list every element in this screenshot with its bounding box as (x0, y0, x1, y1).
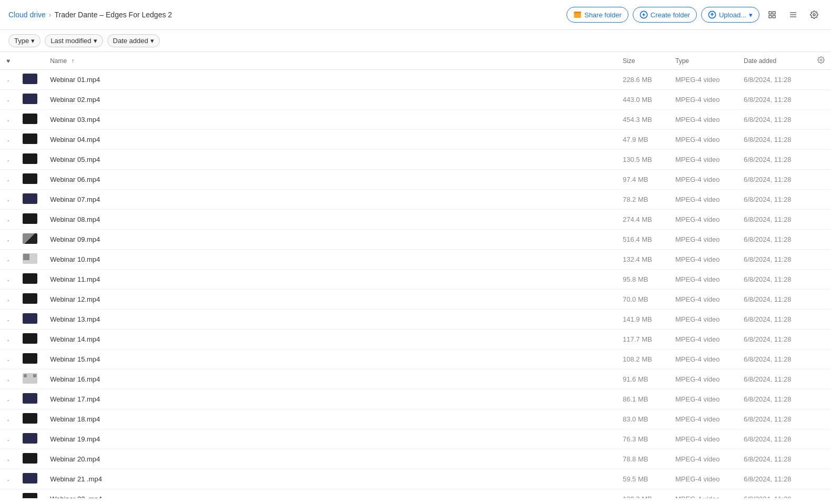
table-row[interactable]: •Webinar 19.mp476.3 MBMPEG-4 video6/8/20… (0, 429, 831, 449)
favorite-cell[interactable]: • (0, 90, 16, 110)
favorite-cell[interactable]: • (0, 489, 16, 499)
file-name-cell[interactable]: Webinar 07.mp4 (44, 190, 616, 210)
favorite-cell[interactable]: • (0, 389, 16, 409)
favorite-cell[interactable]: • (0, 330, 16, 349)
file-name-cell[interactable]: Webinar 03.mp4 (44, 110, 616, 130)
favorite-dot[interactable]: • (7, 138, 9, 143)
favorite-dot[interactable]: • (7, 78, 9, 83)
file-name-cell[interactable]: Webinar 19.mp4 (44, 429, 616, 449)
favorite-dot[interactable]: • (7, 418, 9, 423)
table-row[interactable]: •Webinar 15.mp4108.2 MBMPEG-4 video6/8/2… (0, 349, 831, 369)
table-row[interactable]: •Webinar 11.mp495.8 MBMPEG-4 video6/8/20… (0, 270, 831, 290)
favorite-dot[interactable]: • (7, 118, 9, 123)
favorite-dot[interactable]: • (7, 318, 9, 323)
col-header-type[interactable]: Type (669, 52, 737, 70)
favorite-cell[interactable]: • (0, 310, 16, 330)
date-added-filter-button[interactable]: Date added ▾ (107, 34, 160, 47)
col-header-date[interactable]: Date added (737, 52, 811, 70)
favorite-cell[interactable]: • (0, 349, 16, 369)
table-row[interactable]: •Webinar 02.mp4443.0 MBMPEG-4 video6/8/2… (0, 90, 831, 110)
table-row[interactable]: •Webinar 21 .mp459.5 MBMPEG-4 video6/8/2… (0, 469, 831, 489)
table-row[interactable]: •Webinar 20.mp478.8 MBMPEG-4 video6/8/20… (0, 449, 831, 469)
favorite-cell[interactable]: • (0, 110, 16, 130)
favorite-dot[interactable]: • (7, 398, 9, 403)
favorite-cell[interactable]: • (0, 369, 16, 389)
type-filter-button[interactable]: Type ▾ (8, 34, 40, 47)
favorite-dot[interactable]: • (7, 358, 9, 363)
share-folder-button[interactable]: Share folder (566, 7, 629, 23)
favorite-cell[interactable]: • (0, 190, 16, 210)
favorite-dot[interactable]: • (7, 498, 9, 498)
favorite-cell[interactable]: • (0, 70, 16, 90)
favorite-dot[interactable]: • (7, 198, 9, 203)
favorite-dot[interactable]: • (7, 338, 9, 343)
table-row[interactable]: •Webinar 06.mp497.4 MBMPEG-4 video6/8/20… (0, 170, 831, 190)
favorite-cell[interactable]: • (0, 130, 16, 150)
favorite-cell[interactable]: • (0, 270, 16, 290)
table-row[interactable]: •Webinar 16.mp491.6 MBMPEG-4 video6/8/20… (0, 369, 831, 389)
list-view-button[interactable] (785, 6, 802, 23)
favorite-dot[interactable]: • (7, 438, 9, 443)
file-name-cell[interactable]: Webinar 12.mp4 (44, 290, 616, 310)
file-name-cell[interactable]: Webinar 04.mp4 (44, 130, 616, 150)
file-name-cell[interactable]: Webinar 18.mp4 (44, 409, 616, 429)
breadcrumb-root[interactable]: Cloud drive (8, 11, 46, 19)
table-row[interactable]: •Webinar 01.mp4228.6 MBMPEG-4 video6/8/2… (0, 70, 831, 90)
table-row[interactable]: •Webinar 17.mp486.1 MBMPEG-4 video6/8/20… (0, 389, 831, 409)
table-row[interactable]: •Webinar 05.mp4130.5 MBMPEG-4 video6/8/2… (0, 150, 831, 170)
file-name-cell[interactable]: Webinar 22 .mp4 (44, 489, 616, 499)
favorite-dot[interactable]: • (7, 478, 9, 482)
favorite-cell[interactable]: • (0, 449, 16, 469)
favorite-cell[interactable]: • (0, 429, 16, 449)
favorite-cell[interactable]: • (0, 409, 16, 429)
file-name-cell[interactable]: Webinar 10.mp4 (44, 250, 616, 270)
favorite-cell[interactable]: • (0, 250, 16, 270)
col-header-size[interactable]: Size (616, 52, 669, 70)
favorite-dot[interactable]: • (7, 298, 9, 303)
table-row[interactable]: •Webinar 09.mp4516.4 MBMPEG-4 video6/8/2… (0, 230, 831, 250)
table-row[interactable]: •Webinar 12.mp470.0 MBMPEG-4 video6/8/20… (0, 290, 831, 310)
upload-button[interactable]: Upload... ▾ (701, 7, 759, 23)
table-row[interactable]: •Webinar 22 .mp4130.3 MBMPEG-4 video6/8/… (0, 489, 831, 499)
table-row[interactable]: •Webinar 04.mp447.9 MBMPEG-4 video6/8/20… (0, 130, 831, 150)
table-row[interactable]: •Webinar 07.mp478.2 MBMPEG-4 video6/8/20… (0, 190, 831, 210)
file-name-cell[interactable]: Webinar 15.mp4 (44, 349, 616, 369)
file-name-cell[interactable]: Webinar 09.mp4 (44, 230, 616, 250)
favorite-dot[interactable]: • (7, 458, 9, 462)
grid-view-button[interactable] (764, 6, 781, 23)
favorite-cell[interactable]: • (0, 170, 16, 190)
file-name-cell[interactable]: Webinar 06.mp4 (44, 170, 616, 190)
table-row[interactable]: •Webinar 10.mp4132.4 MBMPEG-4 video6/8/2… (0, 250, 831, 270)
favorite-dot[interactable]: • (7, 378, 9, 383)
favorite-dot[interactable]: • (7, 158, 9, 163)
file-name-cell[interactable]: Webinar 16.mp4 (44, 369, 616, 389)
favorite-dot[interactable]: • (7, 238, 9, 243)
file-name-cell[interactable]: Webinar 02.mp4 (44, 90, 616, 110)
favorite-cell[interactable]: • (0, 469, 16, 489)
table-row[interactable]: •Webinar 08.mp4274.4 MBMPEG-4 video6/8/2… (0, 210, 831, 230)
file-name-cell[interactable]: Webinar 17.mp4 (44, 389, 616, 409)
file-name-cell[interactable]: Webinar 20.mp4 (44, 449, 616, 469)
favorite-dot[interactable]: • (7, 178, 9, 183)
file-name-cell[interactable]: Webinar 01.mp4 (44, 70, 616, 90)
table-row[interactable]: •Webinar 14.mp4117.7 MBMPEG-4 video6/8/2… (0, 330, 831, 349)
favorite-dot[interactable]: • (7, 278, 9, 283)
last-modified-filter-button[interactable]: Last modified ▾ (45, 34, 103, 47)
create-folder-button[interactable]: Create folder (633, 7, 697, 23)
file-name-cell[interactable]: Webinar 08.mp4 (44, 210, 616, 230)
file-name-cell[interactable]: Webinar 13.mp4 (44, 310, 616, 330)
favorite-cell[interactable]: • (0, 210, 16, 230)
file-name-cell[interactable]: Webinar 21 .mp4 (44, 469, 616, 489)
table-row[interactable]: •Webinar 03.mp4454.3 MBMPEG-4 video6/8/2… (0, 110, 831, 130)
file-name-cell[interactable]: Webinar 11.mp4 (44, 270, 616, 290)
favorite-dot[interactable]: • (7, 218, 9, 223)
favorite-cell[interactable]: • (0, 150, 16, 170)
file-name-cell[interactable]: Webinar 14.mp4 (44, 330, 616, 349)
table-settings-icon[interactable] (817, 56, 825, 64)
table-row[interactable]: •Webinar 18.mp483.0 MBMPEG-4 video6/8/20… (0, 409, 831, 429)
favorite-dot[interactable]: • (7, 258, 9, 263)
col-header-name[interactable]: Name ↑ (44, 52, 616, 70)
favorite-dot[interactable]: • (7, 98, 9, 103)
file-name-cell[interactable]: Webinar 05.mp4 (44, 150, 616, 170)
settings-button[interactable] (806, 6, 823, 23)
